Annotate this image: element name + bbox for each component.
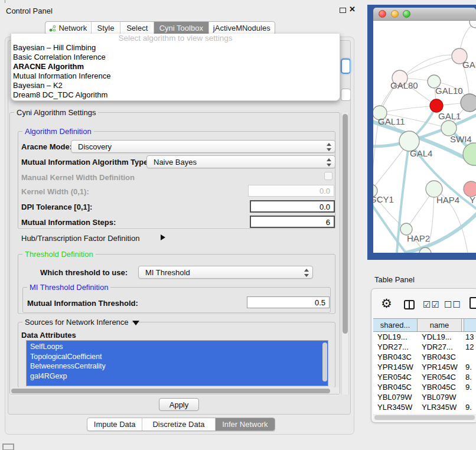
table-row[interactable]: YDL19...YDL19...13: [373, 332, 476, 342]
column-header-shared-name[interactable]: shared...: [373, 319, 418, 331]
node-label: GAL1: [438, 111, 461, 121]
column-header-partial[interactable]: [464, 319, 476, 331]
close-panel-icon[interactable]: ✕: [349, 5, 356, 14]
tab-jactivemnodules[interactable]: jActiveMNodules: [209, 22, 275, 34]
tab-network[interactable]: Network: [45, 22, 92, 34]
list-item[interactable]: BetweennessCentrality: [27, 361, 328, 371]
manual-kernel-width-checkbox[interactable]: [324, 172, 332, 180]
table-row[interactable]: YDR27...YDR27...12: [373, 342, 476, 352]
sources-title[interactable]: Sources for Network Inference: [22, 318, 131, 327]
dropdown-item[interactable]: Bayesian – K2: [11, 81, 340, 90]
cell-value: 12: [464, 342, 476, 352]
tab-label: Network: [58, 22, 87, 34]
data-attributes-list[interactable]: SelfLoops TopologicalCoefficient Between…: [26, 340, 328, 386]
dpi-tolerance-field[interactable]: 0.0: [250, 200, 335, 213]
tab-select[interactable]: Select: [120, 22, 154, 34]
network-tab-icon: [49, 25, 56, 32]
list-item[interactable]: gal4RGexp: [27, 371, 328, 381]
cell-name: YDL19...: [418, 332, 464, 342]
tab-label: Cyni Toolbox: [159, 22, 203, 34]
cell-name: YER054C: [418, 372, 464, 382]
document-icon[interactable]: [470, 297, 476, 309]
list-scrollbar-thumb[interactable]: [322, 343, 327, 381]
cell-shared-name: YLR345W: [373, 402, 418, 412]
float-panel-icon[interactable]: [340, 8, 346, 13]
mi-steps-label: Mutual Information Steps:: [21, 218, 116, 227]
tab-style[interactable]: Style: [92, 22, 121, 34]
network-node[interactable]: [430, 99, 443, 112]
apply-button[interactable]: Apply: [159, 398, 199, 411]
cell-value: 8.: [464, 372, 476, 382]
window-zoom-button[interactable]: [403, 10, 410, 18]
table-row[interactable]: YBR043CYBR043C: [373, 352, 476, 362]
aracne-mode-label: Aracne Mode:: [21, 142, 72, 151]
hidden-combo-focus-fragment: [341, 58, 351, 74]
collapse-arrow-icon[interactable]: [132, 321, 139, 325]
column-header-name[interactable]: name: [418, 319, 462, 331]
table-row[interactable]: YBR045CYBR045C9.: [373, 382, 476, 392]
combo-spinner-icon: [326, 142, 331, 152]
settings-scrollbar-vertical-thumb[interactable]: [343, 114, 348, 334]
cell-name: YBR045C: [418, 382, 464, 392]
collapsed-panel-icon[interactable]: [2, 444, 14, 450]
table-row[interactable]: YER054CYER054C8.: [373, 372, 476, 382]
node-label: GAL80: [390, 80, 418, 90]
cell-shared-name: YBR045C: [373, 382, 418, 392]
dropdown-item[interactable]: Dream8 DC_TDC Algorithm: [11, 90, 340, 100]
tab-impute-data[interactable]: Impute Data: [87, 418, 142, 431]
unchecked-pair-icon[interactable]: ☐☐: [444, 299, 461, 310]
kernel-width-label: Kernel Width (0,1):: [21, 187, 89, 196]
network-canvas[interactable]: GAL80 GAL10 GAL1 GAL11 GAL4 SWI4 GCY1 HA…: [373, 21, 476, 253]
dropdown-item[interactable]: Mutual Information Inference: [11, 71, 340, 81]
tab-label: Style: [97, 22, 115, 34]
dropdown-item[interactable]: Bayesian – Hill Climbing: [11, 43, 340, 53]
network-node-labels: GAL80 GAL10 GAL1 GAL11 GAL4 SWI4 GCY1 HA…: [373, 60, 476, 243]
combo-spinner-icon: [304, 268, 309, 278]
dropdown-item[interactable]: Basic Correlation Inference: [11, 53, 340, 62]
data-attributes-label: Data Attributes: [21, 331, 76, 340]
tab-label: Discretize Data: [152, 418, 204, 431]
network-highlight-edges: [373, 106, 476, 253]
table-row[interactable]: YPR145WYPR145W9.: [373, 362, 476, 372]
kernel-width-field[interactable]: 0.0: [248, 185, 334, 197]
aracne-mode-value: Discovery: [78, 142, 112, 151]
node-label: GAL10: [435, 86, 463, 96]
hub-definition-label[interactable]: Hub/Transcription Factor Definition: [21, 234, 139, 243]
tab-label: Impute Data: [94, 418, 136, 431]
table-scrollbar-horizontal-thumb[interactable]: [374, 415, 475, 420]
gear-icon[interactable]: ⚙: [381, 296, 392, 311]
table-row[interactable]: YBL079WYBL079W: [373, 392, 476, 402]
window-minimize-button[interactable]: [391, 10, 399, 18]
split-columns-icon[interactable]: [404, 300, 415, 309]
mi-threshold-definition-title: MI Threshold Definition: [27, 283, 110, 292]
table-header: shared... name: [373, 318, 476, 332]
cell-shared-name: YDR27...: [373, 342, 418, 352]
hidden-group-border-fragment: [350, 46, 351, 104]
table-row[interactable]: YLR345WYLR345W9.: [373, 402, 476, 412]
tab-cyni-toolbox[interactable]: Cyni Toolbox: [154, 22, 209, 34]
cell-name: YLR345W: [418, 402, 464, 412]
network-node[interactable]: [461, 94, 476, 112]
algorithm-dropdown[interactable]: Select algorithm to view settings Bayesi…: [11, 34, 340, 101]
which-threshold-combo[interactable]: MI Threshold: [138, 266, 313, 279]
mi-algorithm-type-label: Mutual Information Algorithm Type:: [21, 158, 151, 167]
list-item[interactable]: TopologicalCoefficient: [27, 352, 328, 362]
dpi-tolerance-label: DPI Tolerance [0,1]:: [21, 203, 92, 211]
mi-algorithm-type-combo[interactable]: Naive Bayes: [146, 155, 335, 168]
window-close-button[interactable]: [379, 10, 386, 18]
mi-steps-field[interactable]: 6: [250, 216, 335, 228]
checked-pair-icon[interactable]: ☑☑: [423, 299, 440, 310]
dropdown-item[interactable]: ARACNE Algorithm: [11, 62, 340, 71]
tab-label: Select: [126, 22, 148, 34]
expand-arrow-icon[interactable]: [161, 234, 165, 240]
mi-threshold-field[interactable]: 0.5: [247, 296, 330, 308]
tab-discretize-data[interactable]: Discretize Data: [142, 418, 215, 431]
network-window-titlebar[interactable]: [373, 8, 476, 21]
manual-kernel-width-label: Manual Kernel Width Definition: [21, 173, 135, 182]
aracne-mode-combo[interactable]: Discovery: [71, 140, 335, 153]
settings-scrollbar-horizontal-thumb[interactable]: [11, 389, 330, 393]
list-item[interactable]: SelfLoops: [27, 342, 328, 352]
cell-name: YDR27...: [418, 342, 464, 352]
tab-label: jActiveMNodules: [213, 22, 270, 34]
tab-infer-network[interactable]: Infer Network: [216, 418, 275, 431]
